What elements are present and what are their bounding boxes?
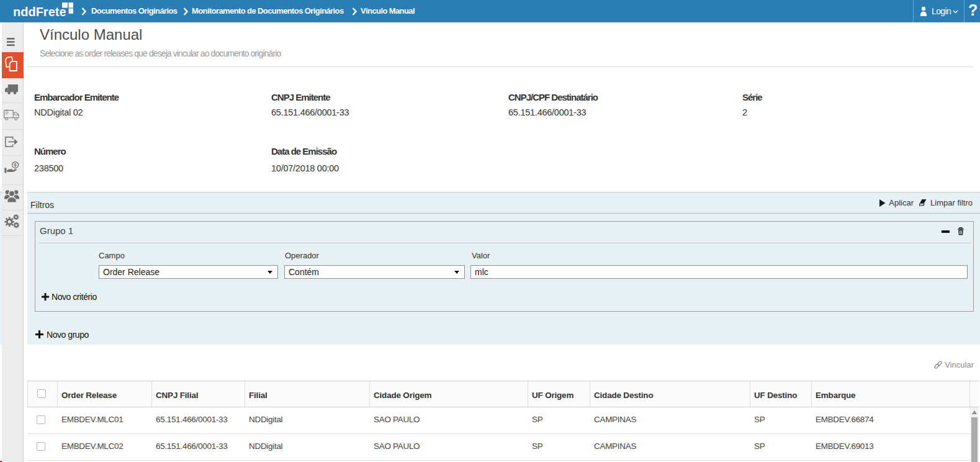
svg-text:$: $ <box>14 162 17 168</box>
